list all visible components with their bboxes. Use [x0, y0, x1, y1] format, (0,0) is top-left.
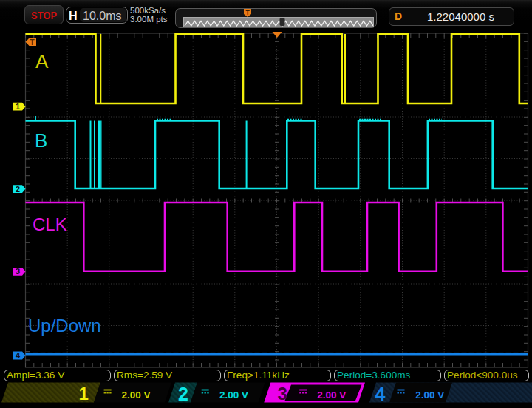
svg-text:2: 2	[16, 185, 20, 194]
svg-text:3: 3	[16, 267, 20, 276]
svg-text:2.00 V: 2.00 V	[219, 390, 248, 401]
svg-text:2.00 V: 2.00 V	[317, 390, 346, 401]
svg-text:1: 1	[16, 102, 20, 111]
svg-text:2.00 V: 2.00 V	[415, 390, 444, 401]
svg-text:2.00 V: 2.00 V	[122, 390, 151, 401]
svg-text:1: 1	[79, 384, 89, 404]
svg-text:4: 4	[375, 384, 386, 404]
svg-text:3: 3	[278, 384, 287, 404]
svg-text:4: 4	[16, 351, 21, 360]
svg-text:T: T	[30, 38, 34, 47]
svg-text:2: 2	[178, 384, 188, 404]
